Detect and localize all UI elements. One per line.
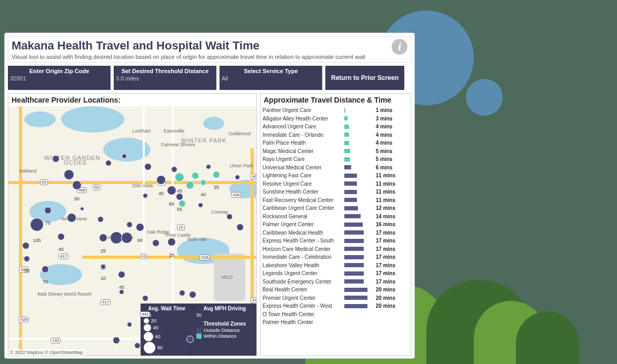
map-place-label: Eatonville [164, 128, 184, 134]
table-row[interactable]: Lakeshore Valley Health17 mins [263, 261, 409, 270]
service-type-control[interactable]: Select Service Type All [220, 66, 322, 90]
provider-marker[interactable] [97, 216, 104, 223]
provider-marker[interactable] [113, 337, 120, 344]
provider-marker[interactable] [186, 336, 194, 343]
table-row[interactable]: Southside Emergency Center17 mins [263, 278, 409, 286]
provider-marker[interactable] [99, 234, 107, 242]
table-row[interactable]: Advanced Urgent Care4 mins [263, 123, 409, 131]
zip-code-control[interactable]: Enter Origin Zip Code 32801 [8, 66, 111, 90]
table-row[interactable]: Magic Medical Center5 mins [263, 147, 409, 156]
travel-time-value: 20 mins [376, 303, 402, 309]
provider-marker[interactable] [80, 207, 84, 211]
provider-marker[interactable] [198, 203, 203, 208]
table-row[interactable]: Immediate Care - Orlando4 mins [263, 131, 409, 139]
provider-name: Express Health Center - West [263, 303, 344, 309]
table-row[interactable]: Caribbean Urgent Care Center12 mins [263, 204, 409, 213]
provider-marker[interactable] [179, 290, 185, 296]
provider-marker[interactable] [171, 166, 177, 173]
table-row[interactable]: Panther Urgent Care1 mins [263, 106, 409, 115]
marker-value-label: 35 [24, 268, 29, 274]
provider-marker[interactable] [101, 264, 106, 269]
provider-marker[interactable] [57, 233, 65, 240]
marker-value-label: 50 [74, 196, 79, 201]
table-row[interactable]: Universal Medical Center6 mins [263, 164, 409, 172]
marker-value-label: 45 [58, 247, 64, 252]
table-row[interactable]: Fast Recovery Medical Center11 mins [263, 196, 409, 205]
threshold-distance-control[interactable]: Set Desired Threshold Distance 3.0 miles [114, 66, 216, 90]
provider-marker[interactable] [156, 175, 166, 185]
table-row[interactable]: Palm Place Health4 mins [263, 139, 409, 147]
table-row[interactable]: Caribbean Medical Health17 mins [263, 229, 409, 237]
table-row[interactable]: Palmer Health Center [263, 318, 409, 327]
travel-time-bar [344, 304, 367, 308]
table-row[interactable]: Palmer Urgent Center16 mins [263, 220, 409, 229]
provider-marker[interactable] [42, 266, 49, 273]
provider-marker[interactable] [189, 291, 196, 298]
table-row[interactable]: Alligator Alley Health Center3 mins [263, 115, 409, 123]
table-row[interactable]: Rockwood General14 mins [263, 213, 409, 221]
provider-marker[interactable] [226, 214, 233, 220]
provider-marker[interactable] [144, 163, 152, 170]
provider-marker[interactable] [118, 271, 125, 278]
provider-marker[interactable] [136, 223, 144, 231]
provider-marker[interactable] [175, 173, 184, 182]
provider-marker[interactable] [167, 186, 176, 195]
provider-marker[interactable] [24, 256, 30, 262]
provider-marker[interactable] [30, 218, 44, 231]
provider-marker[interactable] [200, 179, 206, 186]
marker-value-label: 25 [214, 185, 219, 190]
provider-marker[interactable] [167, 238, 176, 246]
provider-marker[interactable] [64, 169, 74, 180]
provider-marker[interactable] [119, 289, 124, 295]
provider-marker[interactable] [192, 172, 199, 179]
table-row[interactable]: Immediate Care - Celebration17 mins [263, 253, 409, 261]
provider-marker[interactable] [126, 221, 133, 228]
travel-time-table[interactable]: Panther Urgent Care1 minsAlligator Alley… [261, 106, 411, 356]
map-area[interactable]: © 2022 Mapbox © OpenStreetMap Avg. Wait … [8, 106, 256, 356]
map-place-label: Lockhart [132, 128, 151, 134]
table-row[interactable]: Sunshine Health Center11 mins [263, 188, 409, 196]
table-row[interactable]: Beal Health Center20 mins [263, 286, 409, 294]
table-row[interactable]: Resolve Urgent Care11 mins [263, 180, 409, 188]
main-content-row: Healthcare Provider Locations: [8, 93, 411, 356]
table-row[interactable]: Express Health Center - South17 mins [263, 237, 409, 245]
provider-marker[interactable] [122, 154, 127, 159]
table-row[interactable]: O Town Health Center [263, 310, 409, 319]
travel-time-bar-cell [344, 279, 376, 284]
provider-marker[interactable] [134, 342, 141, 349]
provider-marker[interactable] [206, 164, 211, 169]
provider-marker[interactable] [22, 242, 29, 249]
travel-time-bar [344, 247, 364, 251]
provider-marker[interactable] [176, 193, 183, 200]
travel-time-value: 5 mins [376, 156, 402, 162]
travel-time-bar [344, 116, 348, 120]
info-icon[interactable]: i [392, 39, 407, 55]
table-row[interactable]: Legends Urgent Center17 mins [263, 269, 409, 278]
provider-marker[interactable] [44, 207, 52, 214]
provider-marker[interactable] [236, 224, 244, 231]
travel-time-bar [344, 239, 364, 243]
marker-value-label: 80 [169, 201, 174, 207]
provider-marker[interactable] [72, 180, 82, 190]
provider-marker[interactable] [142, 295, 148, 301]
outside-swatch-icon [196, 328, 202, 333]
provider-marker[interactable] [235, 175, 240, 180]
table-row[interactable]: Express Health Center - West20 mins [263, 302, 409, 310]
table-row[interactable]: Horizon Care Medical Center17 mins [263, 245, 409, 254]
marker-value-label: 45 [158, 191, 164, 196]
table-row[interactable]: Rays Urgent Care5 mins [263, 155, 409, 164]
provider-marker[interactable] [186, 181, 194, 189]
provider-marker[interactable] [105, 160, 112, 166]
table-row[interactable]: Premier Urgent Center20 mins [263, 294, 409, 302]
travel-time-value: 16 mins [376, 221, 402, 227]
provider-marker[interactable] [178, 200, 186, 207]
provider-marker[interactable] [52, 155, 59, 163]
provider-marker[interactable] [213, 171, 220, 178]
table-row[interactable]: Lightening Fast Care11 mins [263, 171, 409, 180]
provider-marker[interactable] [121, 232, 133, 244]
return-button[interactable]: Return to Prior Screen [325, 66, 404, 90]
provider-marker[interactable] [127, 322, 132, 327]
provider-marker[interactable] [152, 239, 160, 247]
provider-marker[interactable] [143, 193, 148, 198]
provider-marker[interactable] [67, 213, 76, 223]
